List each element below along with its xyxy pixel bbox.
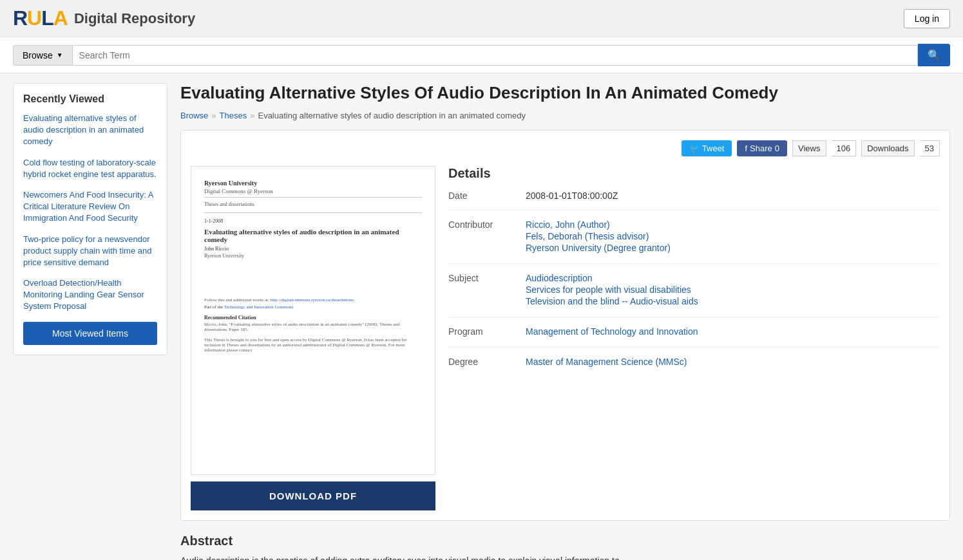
contributor-link-3[interactable]: Ryerson University (Degree grantor) [526,243,940,253]
pdf-thesis-label: Theses and dissertations [204,201,422,207]
views-count: 106 [832,140,857,156]
detail-row-subject: Subject Audiodescription Services for pe… [448,273,940,317]
pdf-part: Part of the Technology and Innovation Co… [204,304,422,310]
program-link-1[interactable]: Management of Technology and Innovation [526,326,940,337]
tweet-label: Tweet [702,144,725,153]
logo-area: RULA Digital Repository [13,6,195,30]
share-button[interactable]: f Share 0 [737,140,787,156]
facebook-icon: f [745,144,747,153]
pdf-dc: Digital Commons @ Ryerson [204,188,422,198]
detail-row-date: Date 2008-01-01T08:00:00Z [448,191,940,210]
pdf-preview-content: Ryerson University Digital Commons @ Rye… [191,167,435,474]
detail-value-subject: Audiodescription Services for people wit… [526,273,940,308]
degree-link-1[interactable]: Master of Management Science (MMSc) [526,357,940,367]
login-button[interactable]: Log in [904,9,950,28]
sidebar: Recently Viewed Evaluating alternative s… [13,83,167,355]
sidebar-item-3[interactable]: Newcomers And Food Insecurity: A Critica… [23,189,157,225]
details-column: Details Date 2008-01-01T08:00:00Z Contri… [448,166,940,510]
pdf-uni: Ryerson University [204,180,422,187]
item-box: 🐦 Tweet f Share 0 Views 106 Downloads 53 [180,130,950,521]
abstract-title: Abstract [180,534,950,548]
header: RULA Digital Repository Log in [0,0,963,37]
main-layout: Recently Viewed Evaluating alternative s… [0,73,963,560]
item-body: Ryerson University Digital Commons @ Rye… [191,166,940,510]
search-bar: Browse ▼ 🔍 [0,37,963,73]
breadcrumb: Browse » Theses » Evaluating alternative… [180,111,950,120]
breadcrumb-sep-1: » [211,111,216,120]
pdf-title: Evaluating alternative styles of audio d… [204,228,422,243]
detail-value-degree: Master of Management Science (MMSc) [526,357,940,368]
detail-label-date: Date [448,191,513,201]
browse-label: Browse [23,50,53,61]
views-label: Views [792,140,826,156]
subject-link-1[interactable]: Audiodescription [526,273,940,283]
detail-value-contributor: Riccio, John (Author) Fels, Deborah (The… [526,219,940,254]
logo-rula: RULA [13,6,68,30]
sidebar-title: Recently Viewed [23,93,157,105]
site-title: Digital Repository [74,10,195,27]
stats-bar: 🐦 Tweet f Share 0 Views 106 Downloads 53 [191,140,940,156]
share-count: 0 [775,144,779,153]
detail-value-program: Management of Technology and Innovation [526,326,940,338]
detail-label-contributor: Contributor [448,219,513,254]
pdf-date: 1-1-2008 [204,218,422,224]
twitter-icon: 🐦 [689,144,700,153]
breadcrumb-current: Evaluating alternative styles of audio d… [258,111,526,120]
pdf-follow: Follow this and additional works at: htt… [204,297,422,303]
abstract-section: Abstract Audio description is the practi… [180,534,950,560]
pdf-author: John Riccio [204,246,422,252]
breadcrumb-browse[interactable]: Browse [180,111,208,120]
pdf-cite-text: Riccio, John, "Evaluating alternative st… [204,322,422,332]
downloads-count: 53 [920,140,940,156]
contributor-link-1[interactable]: Riccio, John (Author) [526,219,940,230]
sidebar-item-2[interactable]: Cold flow testing of laboratory-scale hy… [23,157,157,180]
preview-column: Ryerson University Digital Commons @ Rye… [191,166,435,510]
sidebar-item-4[interactable]: Two-price policy for a newsvendor produc… [23,234,157,269]
chevron-down-icon: ▼ [57,51,63,59]
search-button[interactable]: 🔍 [918,44,950,66]
pdf-disclaimer: This Thesis is brought to you for free a… [204,337,422,353]
detail-row-contributor: Contributor Riccio, John (Author) Fels, … [448,219,940,264]
detail-row-program: Program Management of Technology and Inn… [448,326,940,348]
abstract-text: Audio description is the practice of add… [180,554,950,560]
subject-link-2[interactable]: Services for people with visual disabili… [526,285,940,295]
subject-link-3[interactable]: Television and the blind -- Audio-visual… [526,296,940,306]
downloads-label: Downloads [861,140,914,156]
pdf-affil: Ryerson University [204,253,422,259]
content-area: Evaluating Alternative Styles Of Audio D… [180,83,950,560]
details-title: Details [448,166,940,181]
detail-row-degree: Degree Master of Management Science (MMS… [448,357,940,377]
browse-button[interactable]: Browse ▼ [13,45,73,66]
share-label: Share [750,144,772,153]
sidebar-item-1[interactable]: Evaluating alternative styles of audio d… [23,113,157,148]
detail-label-degree: Degree [448,357,513,368]
tweet-button[interactable]: 🐦 Tweet [682,140,732,156]
breadcrumb-theses[interactable]: Theses [220,111,247,120]
search-input[interactable] [73,45,918,66]
detail-label-subject: Subject [448,273,513,308]
pdf-preview-image: Ryerson University Digital Commons @ Rye… [191,166,435,475]
search-icon: 🔍 [928,50,940,61]
page-title: Evaluating Alternative Styles Of Audio D… [180,83,950,103]
sidebar-item-5[interactable]: Overload Detection/Health Monitoring Lan… [23,277,157,313]
most-viewed-button[interactable]: Most Viewed Items [23,322,157,345]
detail-value-date: 2008-01-01T08:00:00Z [526,191,940,201]
pdf-cite-head: Recommended Citation [204,315,422,321]
contributor-link-2[interactable]: Fels, Deborah (Thesis advisor) [526,231,940,241]
detail-label-program: Program [448,326,513,338]
download-pdf-button[interactable]: DOWNLOAD PDF [191,481,435,510]
breadcrumb-sep-2: » [250,111,254,120]
